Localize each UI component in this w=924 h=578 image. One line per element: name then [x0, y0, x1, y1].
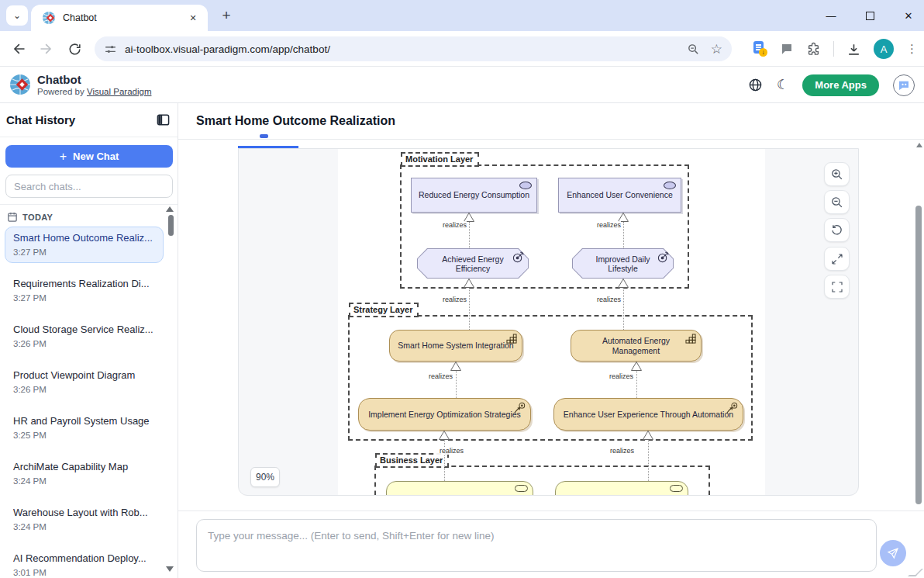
chat-item-time: 3:24 PM: [13, 476, 155, 486]
business-service-icon: [670, 485, 683, 492]
realization-line: [636, 371, 637, 398]
address-bar[interactable]: ai-toolbox.visual-paradigm.com/app/chatb…: [95, 36, 732, 61]
zoom-in-button[interactable]: [824, 162, 850, 186]
chat-item[interactable]: ArchiMate Capability Map 3:24 PM: [5, 455, 164, 492]
browser-tab[interactable]: Chatbot ✕: [31, 5, 208, 31]
language-globe-icon[interactable]: [748, 78, 763, 92]
visual-paradigm-link[interactable]: Visual Paradigm: [87, 87, 152, 96]
chat-item-title: Cloud Storage Service Realiz...: [13, 324, 155, 335]
chat-item[interactable]: Cloud Storage Service Realiz... 3:26 PM: [5, 318, 164, 355]
outcome-node[interactable]: Achieved Energy Efficiency: [417, 248, 529, 279]
tab-search-chevron-icon[interactable]: ⌄: [6, 5, 28, 26]
capability-label: Smart Home System Integration: [398, 341, 513, 350]
new-chat-button[interactable]: +New Chat: [5, 145, 173, 168]
outcome-icon: [512, 251, 524, 263]
sidebar-scroll-down-icon[interactable]: [166, 566, 174, 572]
downloads-icon[interactable]: [846, 42, 861, 57]
chat-item-time: 3:25 PM: [13, 431, 155, 440]
capability-icon: [685, 334, 696, 344]
window-close-button[interactable]: ✕: [901, 8, 916, 23]
relation-label: realizes: [437, 296, 467, 303]
realization-line: [623, 222, 624, 248]
realization-arrowhead: [439, 431, 450, 440]
reset-view-button[interactable]: [824, 218, 850, 242]
relation-label: realizes: [605, 447, 634, 455]
business-service-node[interactable]: [386, 481, 533, 496]
chat-item[interactable]: HR and Payroll System Usage 3:25 PM: [5, 410, 164, 446]
chat-item-title: Product Viewpoint Diagram: [13, 369, 155, 381]
zoom-page-icon[interactable]: [687, 43, 700, 56]
business-layer-label: Business Layer: [375, 453, 449, 468]
capability-node[interactable]: Smart Home System Integration: [389, 330, 522, 362]
dark-mode-moon-icon[interactable]: ☾: [777, 77, 788, 93]
chat-item[interactable]: Requirements Realization Di... 3:27 PM: [5, 272, 164, 309]
diagram-card: Motivation Layer Reduced Energy Consumpt…: [238, 148, 859, 496]
goal-node[interactable]: Enhanced User Convenience: [558, 178, 681, 213]
tab-title: Chatbot: [63, 12, 186, 23]
business-service-node[interactable]: [555, 481, 688, 496]
url-text[interactable]: ai-toolbox.visual-paradigm.com/app/chatb…: [125, 43, 676, 55]
site-settings-icon[interactable]: [104, 43, 117, 56]
page-scrollbar-thumb[interactable]: [915, 206, 922, 504]
chat-item-title: ArchiMate Capability Map: [13, 461, 155, 472]
maximize-icon: [866, 12, 874, 20]
plus-icon: +: [60, 150, 67, 164]
realization-line: [469, 288, 470, 330]
fullscreen-button[interactable]: [824, 275, 850, 299]
forward-button[interactable]: [36, 38, 57, 60]
bookmark-star-icon[interactable]: ☆: [711, 41, 722, 57]
browser-profile-avatar[interactable]: A: [874, 39, 894, 59]
download-badge-icon: ↓: [759, 48, 767, 57]
chatbot-bubble-icon[interactable]: [893, 74, 915, 96]
browser-menu-kebab-icon[interactable]: ⋮: [906, 42, 918, 56]
chat-item[interactable]: Smart Home Outcome Realiz... 3:27 PM: [5, 227, 164, 263]
sidebar-scroll-up-icon[interactable]: [166, 206, 174, 212]
relation-label: realizes: [437, 221, 467, 229]
realization-line: [648, 440, 649, 481]
outcome-node[interactable]: Improved Daily Lifestyle: [572, 248, 674, 279]
sidebar-scrollbar-thumb[interactable]: [168, 215, 174, 236]
page-scroll-up-icon[interactable]: [916, 143, 922, 147]
diagram-canvas[interactable]: Motivation Layer Reduced Energy Consumpt…: [338, 148, 765, 496]
motivation-layer-label: Motivation Layer: [401, 152, 479, 167]
chat-item[interactable]: Warehouse Layout with Rob... 3:24 PM: [5, 501, 164, 538]
sidebar-title: Chat History: [6, 113, 75, 126]
strategy-layer-label: Strategy Layer: [349, 303, 419, 317]
collapse-panel-icon[interactable]: [157, 114, 170, 126]
course-of-action-icon: [726, 402, 738, 414]
more-apps-button[interactable]: More Apps: [802, 74, 879, 96]
extensions-puzzle-icon[interactable]: [806, 42, 821, 57]
chat-item-title: Requirements Realization Di...: [13, 278, 155, 289]
window-minimize-button[interactable]: —: [823, 8, 839, 23]
window-maximize-button[interactable]: [862, 8, 877, 23]
course-of-action-node[interactable]: Enhance User Experience Through Automati…: [553, 398, 743, 431]
new-tab-button[interactable]: +: [217, 6, 236, 25]
goal-node[interactable]: Reduced Energy Consumption: [411, 178, 537, 213]
zoom-out-button[interactable]: [824, 190, 850, 214]
realization-arrowhead: [618, 279, 629, 288]
course-of-action-node[interactable]: Implement Energy Optimization Strategies: [358, 398, 531, 431]
zoom-level-badge: 90%: [250, 467, 280, 487]
realization-arrowhead: [643, 431, 653, 440]
realization-arrowhead: [450, 362, 461, 371]
course-of-action-label: Enhance User Experience Through Automati…: [564, 410, 733, 419]
realization-arrowhead: [631, 362, 642, 371]
save-translate-icon[interactable]: ↓: [753, 41, 767, 57]
fit-to-screen-button[interactable]: [824, 247, 850, 271]
message-input[interactable]: [196, 519, 877, 572]
capability-node[interactable]: Automated Energy Management: [571, 330, 702, 362]
comment-icon[interactable]: [780, 42, 794, 56]
goal-label: Reduced Energy Consumption: [419, 190, 529, 199]
goal-label: Enhanced User Convenience: [567, 190, 673, 199]
reload-button[interactable]: [64, 38, 85, 60]
outcome-label: Achieved Energy Efficiency: [426, 254, 520, 273]
course-of-action-label: Implement Energy Optimization Strategies: [368, 410, 521, 419]
search-chats-input[interactable]: [5, 175, 173, 198]
clipped-tab-label[interactable]: [260, 134, 268, 138]
chat-item[interactable]: AI Recommendation Deploy... 3:01 PM: [5, 547, 164, 578]
back-button[interactable]: [8, 38, 29, 60]
realization-line: [456, 371, 457, 398]
tab-close-icon[interactable]: ✕: [186, 11, 200, 25]
send-button[interactable]: [880, 540, 906, 566]
chat-item[interactable]: Product Viewpoint Diagram 3:26 PM: [5, 364, 164, 400]
